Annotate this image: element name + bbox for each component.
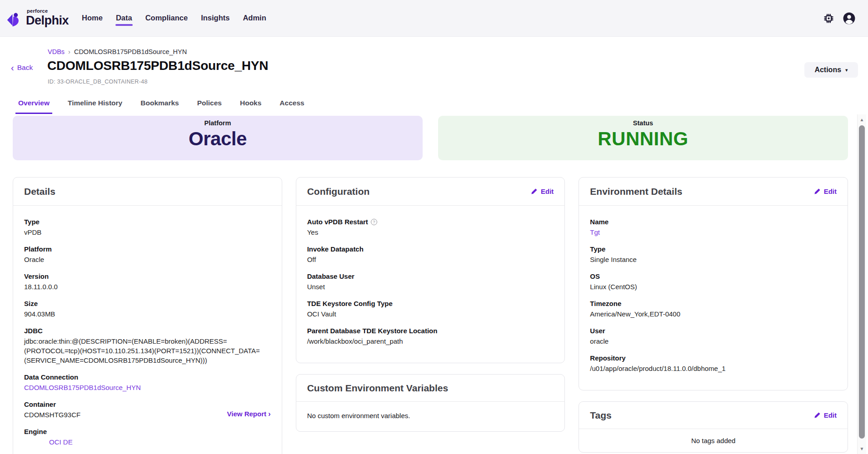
- nav-item-compliance[interactable]: Compliance: [145, 10, 189, 27]
- chip-button[interactable]: [823, 12, 835, 25]
- pencil-icon: [814, 412, 821, 419]
- app-root: perforce Delphix HomeDataComplianceInsig…: [0, 0, 868, 454]
- platform-hero-value: Oracle: [13, 128, 423, 150]
- details-fields: Type vPDB Platform Oracle Version 18.11.…: [13, 206, 282, 454]
- engine-value-link[interactable]: OCI DE: [24, 437, 73, 447]
- field-value: Off: [307, 255, 316, 264]
- field-label: Invoke Datapatch: [307, 245, 554, 254]
- field-engine: Engine OCI DE: [24, 427, 271, 447]
- field-label: Platform: [24, 245, 271, 254]
- details-card-title: Details: [24, 186, 55, 197]
- nav-item-data[interactable]: Data: [115, 10, 133, 27]
- chip-icon: [823, 12, 835, 25]
- actions-button[interactable]: Actions ▾: [804, 62, 858, 78]
- field-value: /work/blackbox/oci_parent_path: [307, 336, 403, 346]
- column-left: Details Type vPDB Platform Oracle Versio…: [13, 177, 282, 454]
- tab-bookmarks[interactable]: Bookmarks: [140, 97, 180, 114]
- field-label: Version: [24, 272, 271, 281]
- environment-card-header: Environment Details Edit: [579, 178, 848, 206]
- details-card-header: Details: [13, 178, 282, 206]
- field-value: Yes: [307, 227, 318, 237]
- configuration-edit-button[interactable]: Edit: [531, 188, 554, 195]
- scroll-down-arrow-icon[interactable]: ▼: [858, 446, 866, 451]
- field-timezone: Timezone America/New_York,EDT-0400: [590, 299, 837, 319]
- brand-name: Delphix: [26, 14, 69, 27]
- nav-item-insights[interactable]: Insights: [200, 10, 230, 27]
- environment-edit-label: Edit: [824, 188, 837, 195]
- field-label: Name: [590, 217, 837, 227]
- platform-hero-card: Platform Oracle: [13, 116, 423, 160]
- field-label: OS: [590, 272, 837, 281]
- field-value: vPDB: [24, 227, 41, 237]
- chevron-down-icon: ▾: [845, 67, 848, 73]
- actions-label: Actions: [814, 66, 841, 74]
- field-container: Container CDOMSHTG93CF View Report ›: [24, 400, 271, 419]
- field-value: Single Instance: [590, 255, 637, 264]
- field-label: Type: [24, 217, 271, 227]
- field-label: Container: [24, 400, 271, 409]
- breadcrumb: VDBs › CDOMLOSRB175PDB1dSource_HYN: [48, 48, 187, 55]
- custom-env-body: No custom environment variables.: [296, 402, 565, 430]
- status-hero-label: Status: [438, 119, 848, 127]
- scroll-up-arrow-icon[interactable]: ▲: [858, 117, 866, 122]
- tags-edit-button[interactable]: Edit: [814, 411, 837, 419]
- field-tde-keystore-config-type: TDE Keystore Config Type OCI Vault: [307, 299, 554, 319]
- hero-row: Platform Oracle Status RUNNING: [13, 116, 848, 160]
- back-button[interactable]: ‹ Back: [11, 64, 33, 72]
- brand-superscript: perforce: [27, 9, 69, 14]
- tags-card-header: Tags Edit: [579, 402, 848, 429]
- field-value: Linux (CentOS): [590, 282, 637, 291]
- tags-empty-text: No tags added: [691, 437, 736, 444]
- vertical-scrollbar[interactable]: ▲ ▼: [857, 114, 866, 454]
- tab-hooks[interactable]: Hooks: [239, 97, 262, 114]
- field-type: Type vPDB: [24, 217, 271, 237]
- custom-env-empty-text: No custom environment variables.: [307, 412, 410, 419]
- view-report-link[interactable]: View Report ›: [227, 410, 271, 418]
- tab-access[interactable]: Access: [279, 97, 305, 114]
- environment-fields: Name Tgt Type Single Instance OS Linux (…: [579, 206, 848, 390]
- platform-hero-label: Platform: [13, 119, 423, 127]
- nav-item-home[interactable]: Home: [81, 10, 103, 27]
- tab-overview[interactable]: Overview: [17, 97, 50, 114]
- account-icon: [842, 11, 856, 25]
- field-user: User oracle: [590, 326, 837, 346]
- back-label: Back: [17, 64, 33, 72]
- tab-label: Overview: [18, 99, 50, 107]
- field-value: Oracle: [24, 255, 44, 264]
- field-auto-vpdb-restart: Auto vPDB Restart ? Yes: [307, 217, 554, 237]
- status-hero-card: Status RUNNING: [438, 116, 848, 160]
- nav-item-admin[interactable]: Admin: [242, 10, 266, 27]
- name-value-link[interactable]: Tgt: [590, 227, 600, 237]
- chevron-right-icon: ›: [268, 410, 271, 417]
- field-size: Size 904.03MB: [24, 299, 271, 319]
- tab-label: Timeline History: [68, 99, 122, 107]
- configuration-card-title: Configuration: [307, 186, 370, 197]
- column-right: Environment Details Edit Name Tgt Type: [579, 177, 848, 453]
- field-label: Type: [590, 245, 837, 254]
- configuration-card: Configuration Edit Auto vPDB Restart ? Y…: [296, 177, 565, 363]
- account-button[interactable]: [842, 11, 856, 25]
- page-title: CDOMLOSRB175PDB1dSource_HYN: [47, 59, 268, 73]
- breadcrumb-vdbs-link[interactable]: VDBs: [48, 48, 65, 55]
- scrollbar-thumb[interactable]: [859, 125, 865, 439]
- nav-item-label: Insights: [201, 14, 229, 22]
- field-os: OS Linux (CentOS): [590, 272, 837, 291]
- field-label: Timezone: [590, 299, 837, 308]
- tags-card: Tags Edit No tags added: [579, 401, 848, 453]
- field-parent-database-tde-keystore-location: Parent Database TDE Keystore Location /w…: [307, 326, 554, 346]
- configuration-fields: Auto vPDB Restart ? Yes Invoke Datapatch…: [296, 206, 565, 363]
- delphix-logo[interactable]: perforce Delphix: [6, 9, 69, 28]
- field-data-connection: Data Connection CDOMLOSRB175PDB1dSource_…: [24, 373, 271, 392]
- field-label: Size: [24, 299, 271, 308]
- data-connection-value-link[interactable]: CDOMLOSRB175PDB1dSource_HYN: [24, 383, 141, 392]
- field-value: jdbc:oracle:thin:@(DESCRIPTION=(ENABLE=b…: [24, 336, 271, 365]
- status-hero-value: RUNNING: [438, 128, 848, 150]
- tab-label: Hooks: [240, 99, 261, 107]
- breadcrumb-current: CDOMLOSRB175PDB1dSource_HYN: [74, 48, 187, 55]
- field-label: User: [590, 326, 837, 336]
- tab-polices[interactable]: Polices: [196, 97, 223, 114]
- tab-timeline-history[interactable]: Timeline History: [67, 97, 123, 114]
- info-icon[interactable]: ?: [371, 219, 377, 225]
- field-label: Parent Database TDE Keystore Location: [307, 326, 554, 336]
- environment-edit-button[interactable]: Edit: [814, 188, 837, 195]
